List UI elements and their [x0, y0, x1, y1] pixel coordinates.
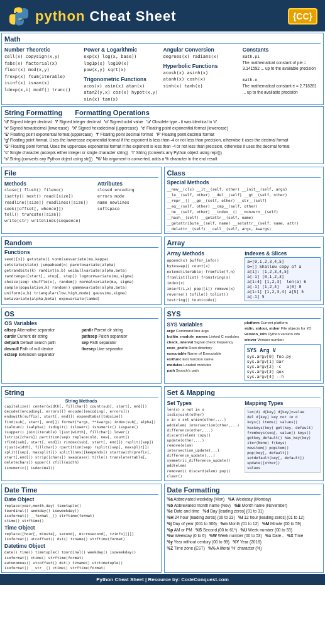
class-title: Class — [167, 169, 321, 178]
header-left: python Cheat Sheet — [8, 5, 177, 28]
mapping-types-content: len(d) d[key] d[key]=value del d[key] ke… — [245, 408, 321, 472]
array-section: Array Array Methods append(x) buffer_inf… — [164, 236, 324, 305]
array-methods: Array Methods append(x) buffer_info() by… — [167, 249, 243, 303]
angular-content: degrees(x) radians(x) — [163, 53, 241, 60]
sys-vars-content: argv Command line args builtin_module_na… — [167, 328, 243, 374]
date-fmt-title: Date Formatting — [167, 486, 321, 495]
random-array-row: Random Functions seed([x]) getstate() vo… — [0, 235, 325, 306]
os-section: OS OS Variables altsep Alternative separ… — [1, 308, 162, 384]
sys-vars-title: SYS Variables — [167, 321, 243, 328]
math-section: Math Number Theoretic cell(x) copysign(x… — [1, 33, 324, 105]
string-title: String — [4, 389, 158, 397]
hyperbolic-content: acosh(x) asinh(x)atanh(x) cosh(x)sinh(x)… — [163, 70, 241, 90]
set-types-title: Set Types — [167, 400, 243, 406]
number-theoretic-title: Number Theoretic — [4, 47, 82, 53]
file-class-row: File Methods close() flush() fileno()isa… — [0, 165, 325, 235]
sys-arg-title: SYS Arg V — [247, 347, 318, 353]
date-obj-title: Date Object — [4, 496, 158, 502]
constants-title: Constants — [243, 47, 321, 53]
file-methods-title: Methods — [4, 180, 96, 187]
os-vars-title: OS Variables — [4, 320, 158, 326]
trig-content: acos(x) asin(x) atan(x)atan2(y,x) cos(x)… — [84, 83, 162, 103]
string-fmt-content: 'd' Signed integer decimal 'i' Signed in… — [4, 119, 321, 162]
number-theoretic-col: Number Theoretic cell(x) copysign(x,y)fa… — [4, 45, 82, 103]
file-section: File Methods close() flush() fileno()isa… — [1, 167, 162, 234]
array-methods-title: Array Methods — [167, 250, 243, 257]
random-section: Random Functions seed([x]) getstate() vo… — [1, 236, 162, 305]
header: python Cheat Sheet {CC} — [0, 0, 325, 31]
sys-arg-box: SYS Arg V sys.argv[0] foo.py sys.argv[1]… — [245, 344, 321, 381]
string-fmt-title: String Formatting — [4, 109, 62, 118]
file-attributes-title: Attributes — [97, 180, 158, 187]
string-set-row: String String Methods capitalize() cente… — [0, 385, 325, 482]
angular-hyp-col: Angular Conversion degrees(x) radians(x)… — [163, 45, 241, 103]
string-fmt-ops-title: Formatting Operations — [75, 109, 150, 118]
power-log-title: Power & Logarithmic — [84, 47, 162, 53]
constants-content: math.pi The mathematical constant of pie… — [243, 53, 321, 95]
os-title: OS — [4, 310, 158, 319]
datetime-section: Date Time Date Object replace(year,month… — [1, 484, 162, 573]
sys-platform-content: platform Current platform stdin, stdout,… — [245, 320, 321, 343]
python-logo-icon — [8, 5, 30, 28]
mapping-types-col: Mapping Types len(d) d[key] d[key]=value… — [245, 399, 321, 479]
footer: Python Cheat Sheet | Resource by: CodeCo… — [0, 574, 325, 585]
array-title: Array — [167, 239, 321, 248]
angular-title: Angular Conversion — [163, 47, 241, 53]
sys-vars-col: SYS Variables argv Command line args bui… — [167, 320, 243, 381]
trig-title: Trigonometric Functions — [84, 76, 162, 82]
random-title: Random — [4, 239, 158, 248]
set-mapping-title: Set & Mapping — [167, 389, 321, 397]
file-attributes-content: closed encodingerrors modename newliness… — [97, 187, 158, 212]
array-indexes: Indexes & Slices a=[0,1,2,3,4,5] b=[] Sh… — [245, 249, 321, 303]
sys-title: SYS — [167, 310, 321, 319]
power-log-col: Power & Logarithmic exp(x) log(x, base])… — [84, 45, 162, 103]
cc-badge: {CC} — [288, 8, 317, 25]
set-types-content: len(s) x not in s isdisjoint(other) x in… — [167, 407, 243, 479]
os-vars-grid: altsep Alternative separator curdir Curr… — [4, 327, 158, 358]
header-title: python Cheat Sheet — [35, 8, 177, 25]
string-section: String String Methods capitalize() cente… — [1, 386, 162, 481]
os-vars-right: pardir Parent dir string pathsep Patch s… — [82, 327, 158, 352]
string-methods-subtitle: String Methods — [4, 399, 158, 403]
power-log-content: exp(x) log(x, base])log1p(x) log10(x)pow… — [84, 53, 162, 74]
time-obj-title: Time Object — [4, 525, 158, 531]
sys-section: SYS SYS Variables argv Command line args… — [164, 308, 324, 384]
file-title: File — [4, 169, 158, 178]
set-types-col: Set Types len(s) x not in s isdisjoint(o… — [167, 399, 243, 479]
random-functions-content: seed([x]) getstate() vonmisesvariate(mu,… — [4, 256, 158, 301]
array-indexes-content: a=[0,1,2,3,4,5] b=[] Shallow copy of a a… — [245, 257, 321, 301]
datetime-obj-title: Datetime Object — [4, 543, 158, 549]
footer-text: Python Cheat Sheet | Resource by: CodeCo… — [96, 577, 229, 582]
class-section: Class Special Methods __new__(cls) __it_… — [164, 167, 324, 234]
sys-platform-arg-col: platform Current platform stdin, stdout,… — [245, 320, 321, 381]
random-functions-title: Functions — [4, 249, 158, 255]
os-vars-left: altsep Alternative separator curdir Curr… — [4, 327, 81, 358]
file-attributes: Attributes closed encodingerrors modenam… — [97, 179, 158, 225]
set-mapping-section: Set & Mapping Set Types len(s) x not in … — [164, 386, 324, 481]
number-theoretic-content: cell(x) copysign(x,y)fabs(x) factorial(x… — [4, 53, 82, 93]
array-methods-content: append(x) buffer_info() byteswap() count… — [167, 257, 243, 303]
string-methods-content: capitalize() center(width[, fillchar]) c… — [4, 404, 158, 470]
math-title: Math — [4, 35, 321, 44]
date-obj-content: replace(year,month,day) timetuple() toor… — [4, 503, 158, 523]
datetime-obj-content: date() time() timetuple() toordinal() we… — [4, 550, 158, 570]
mapping-types-title: Mapping Types — [245, 400, 321, 406]
time-obj-content: replace([hour[, minute[, second[, micros… — [4, 531, 158, 541]
constants-col: Constants math.pi The mathematical const… — [243, 45, 321, 103]
file-methods: Methods close() flush() fileno()isatty()… — [4, 179, 96, 225]
datetime-title: Date Time — [4, 486, 158, 495]
class-methods-content: __new__(cls) __it__(self, other) __init_… — [167, 186, 321, 231]
os-sys-row: OS OS Variables altsep Alternative separ… — [0, 306, 325, 385]
array-indexes-title: Indexes & Slices — [245, 250, 321, 257]
hyperbolic-title: Hyperbolic Functions — [163, 63, 241, 69]
date-formatting-section: Date Formatting %a Abbreviated weekday (… — [164, 484, 324, 573]
string-formatting-section: String Formatting Formatting Operations … — [1, 106, 324, 164]
file-methods-content: close() flush() fileno()isatty() next() … — [4, 187, 96, 225]
datetime-datefmt-row: Date Time Date Object replace(year,month… — [0, 482, 325, 574]
date-fmt-content: %a Abbreviated weekday (Mon) %A Weekday … — [167, 496, 321, 552]
class-special-title: Special Methods — [167, 179, 321, 186]
